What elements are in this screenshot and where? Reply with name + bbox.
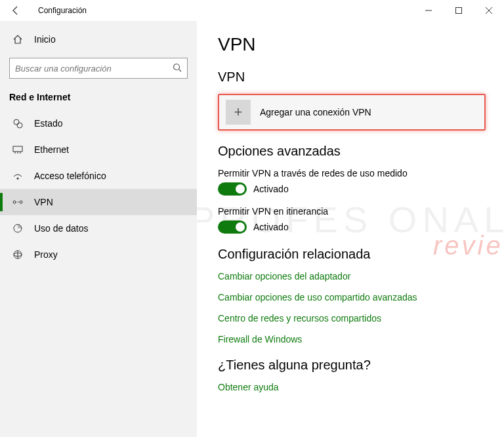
close-button[interactable] [474, 0, 504, 21]
sidebar-item-vpn[interactable]: VPN [0, 189, 197, 215]
sidebar-item-estado[interactable]: Estado [0, 110, 197, 136]
toggle-roaming[interactable] [218, 220, 247, 234]
setting-label: Permitir VPN en itinerancia [218, 206, 486, 217]
section-advanced: Opciones avanzadas [218, 144, 486, 159]
section-related: Configuración relacionada [218, 247, 486, 262]
toggle-state: Activado [253, 222, 289, 232]
window-title: Configuración [38, 6, 87, 15]
toggle-state: Activado [253, 184, 289, 194]
link-sharing-options[interactable]: Cambiar opciones de uso compartido avanz… [218, 292, 486, 302]
status-icon [12, 118, 24, 129]
main-content: PROFES ONAL review VPN VPN + Agregar una… [197, 21, 504, 437]
proxy-icon [12, 249, 24, 260]
home-icon [12, 34, 24, 45]
nav-label: VPN [34, 197, 53, 207]
setting-roaming: Permitir VPN en itinerancia Activado [218, 206, 486, 234]
sidebar-item-proxy[interactable]: Proxy [0, 241, 197, 268]
link-get-help[interactable]: Obtener ayuda [218, 382, 486, 392]
vpn-icon [12, 197, 24, 207]
nav-label: Estado [34, 118, 63, 129]
search-box[interactable] [9, 58, 188, 79]
svg-point-2 [174, 64, 180, 70]
ethernet-icon [12, 144, 24, 155]
plus-icon: + [226, 100, 251, 125]
home-item[interactable]: Inicio [0, 26, 197, 52]
svg-rect-6 [13, 146, 22, 152]
setting-metered: Permitir VPN a través de redes de uso me… [218, 168, 486, 196]
section-help: ¿Tienes alguna pregunta? [218, 358, 486, 373]
minimize-button[interactable] [413, 0, 444, 21]
svg-point-10 [17, 178, 19, 180]
svg-rect-1 [456, 8, 462, 14]
link-network-center[interactable]: Centro de redes y recursos compartidos [218, 313, 486, 323]
nav-label: Proxy [34, 249, 58, 260]
sidebar-item-acceso-telefonico[interactable]: Acceso telefónico [0, 163, 197, 189]
dialup-icon [12, 171, 24, 181]
nav-label: Ethernet [34, 144, 69, 155]
svg-line-3 [179, 69, 182, 72]
nav-label: Acceso telefónico [34, 171, 106, 181]
nav-label: Uso de datos [34, 223, 89, 234]
sidebar-section-title: Red e Internet [0, 92, 197, 102]
sidebar: Inicio Red e Internet Estado Ethernet A [0, 21, 197, 437]
search-icon [173, 63, 182, 74]
svg-point-4 [14, 119, 19, 125]
back-button[interactable] [5, 0, 26, 21]
add-vpn-label: Agregar una conexión VPN [260, 107, 371, 117]
page-title: VPN [218, 34, 486, 55]
setting-label: Permitir VPN a través de redes de uso me… [218, 168, 486, 178]
data-usage-icon [12, 223, 24, 234]
toggle-metered[interactable] [218, 182, 247, 196]
svg-point-11 [13, 201, 16, 203]
section-vpn: VPN [218, 70, 486, 85]
svg-point-12 [20, 201, 22, 203]
titlebar: Configuración [0, 0, 504, 21]
search-input[interactable] [15, 64, 173, 73]
maximize-button[interactable] [444, 0, 474, 21]
add-vpn-button[interactable]: + Agregar una conexión VPN [218, 94, 486, 131]
svg-point-5 [17, 123, 22, 128]
sidebar-item-uso-de-datos[interactable]: Uso de datos [0, 215, 197, 241]
link-adapter-options[interactable]: Cambiar opciones del adaptador [218, 271, 486, 281]
sidebar-item-ethernet[interactable]: Ethernet [0, 136, 197, 163]
link-firewall[interactable]: Firewall de Windows [218, 334, 486, 344]
home-label: Inicio [34, 34, 56, 45]
